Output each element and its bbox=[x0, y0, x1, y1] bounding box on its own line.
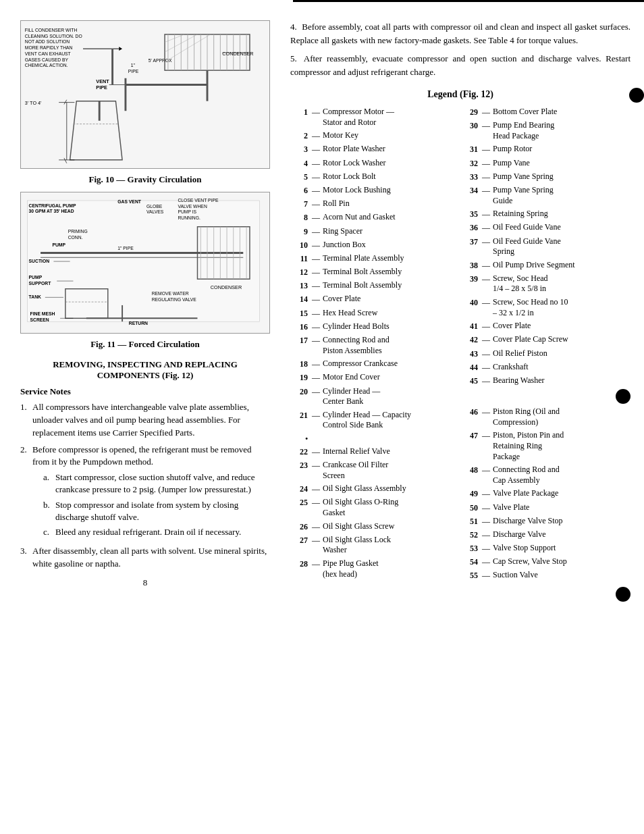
legend-item-52: 52 — Discharge Valve bbox=[460, 529, 630, 540]
svg-text:PIPE: PIPE bbox=[96, 84, 107, 90]
legend-item-20: 20 — Cylinder Head —Center Bank bbox=[290, 386, 460, 407]
legend-item-8: 8 — Acorn Nut and Gasket bbox=[290, 212, 460, 223]
legend-item-19: 19 — Motor End Cover bbox=[290, 372, 460, 383]
legend-item-3: 3 — Rotor Plate Washer bbox=[290, 144, 460, 155]
service-notes-list: 1. All compressors have interchangeable … bbox=[20, 401, 270, 571]
svg-text:SUPPORT: SUPPORT bbox=[29, 281, 52, 286]
decorative-circle-3 bbox=[616, 587, 630, 602]
legend-item-39: 39 — Screw, Soc Head1/4 – 28 x 5/8 in bbox=[460, 273, 630, 294]
svg-text:FINE MESH: FINE MESH bbox=[30, 311, 55, 316]
page-number: 8 bbox=[20, 577, 270, 588]
legend-item-40: 40 — Screw, Soc Head no 10– 32 x 1/2 in bbox=[460, 297, 630, 318]
sub-list: a. Start compressor, close suction shuto… bbox=[43, 471, 270, 538]
legend-item-48: 48 — Connecting Rod andCap Assembly bbox=[460, 465, 630, 486]
legend-item-46: 46 — Piston Ring (Oil andCompression) bbox=[460, 407, 630, 427]
list-item: 1. All compressors have interchangeable … bbox=[20, 401, 270, 440]
svg-text:CONDENSER: CONDENSER bbox=[211, 284, 242, 290]
svg-text:CLOSE VENT PIPE: CLOSE VENT PIPE bbox=[178, 198, 219, 203]
legend-item-21: 21 — Cylinder Head — CapacityControl Sid… bbox=[290, 410, 460, 431]
legend-item-26: 26 — Oil Sight Glass Screw bbox=[290, 521, 460, 532]
decorative-circle-2 bbox=[616, 389, 630, 404]
legend-item-1: 1 — Compressor Motor —Stator and Rotor bbox=[290, 107, 460, 128]
svg-text:NOT ADD SOLUTION: NOT ADD SOLUTION bbox=[25, 39, 70, 44]
page: FILL CONDENSER WITH CLEANING SOLUTION. D… bbox=[0, 0, 644, 834]
legend-item-47: 47 — Piston, Piston Pin andRetaining Rin… bbox=[460, 430, 630, 462]
legend-item-10: 10 — Junction Box bbox=[290, 240, 460, 251]
legend-item-33: 33 — Pump Vane Spring bbox=[460, 172, 630, 182]
legend-item-34: 34 — Pump Vane SpringGuide bbox=[460, 185, 630, 206]
right-intro: 4. Before assembly, coat all parts with … bbox=[290, 20, 630, 78]
decorative-circle-1 bbox=[629, 88, 644, 103]
svg-text:PRIMING: PRIMING bbox=[68, 229, 88, 234]
legend-left-col: 1 — Compressor Motor —Stator and Rotor 2… bbox=[290, 107, 460, 602]
legend-item-15: 15 — Hex Head Screw bbox=[290, 308, 460, 319]
legend-item-50: 50 — Valve Plate bbox=[460, 502, 630, 513]
left-column: FILL CONDENSER WITH CLEANING SOLUTION. D… bbox=[0, 14, 284, 820]
svg-text:CENTRIFUGAL PUMP: CENTRIFUGAL PUMP bbox=[29, 203, 76, 208]
service-notes-heading: Service Notes bbox=[20, 386, 270, 397]
svg-text:30 GPM AT 35' HEAD: 30 GPM AT 35' HEAD bbox=[29, 209, 74, 213]
legend-item-37: 37 — Oil Feed Guide VaneSpring bbox=[460, 236, 630, 257]
svg-text:PIPE: PIPE bbox=[128, 69, 139, 74]
svg-text:PUMP: PUMP bbox=[52, 242, 65, 247]
section-heading: REMOVING, INSPECTING AND REPLACING COMPO… bbox=[20, 359, 270, 381]
legend-item-4: 4 — Rotor Lock Washer bbox=[290, 158, 460, 169]
legend-item-9: 9 — Ring Spacer bbox=[290, 226, 460, 237]
svg-text:TANK: TANK bbox=[29, 294, 41, 299]
legend-heading: Legend (Fig. 12) bbox=[290, 89, 630, 100]
legend-right-col: 29 — Bottom Cover Plate 30 — Pump End Be… bbox=[460, 107, 630, 602]
svg-text:RUNNING.: RUNNING. bbox=[178, 215, 200, 220]
legend-item-2: 2 — Motor Key bbox=[290, 130, 460, 141]
fig10-diagram: FILL CONDENSER WITH CLEANING SOLUTION. D… bbox=[21, 21, 269, 168]
right-column: 4. Before assembly, coat all parts with … bbox=[284, 14, 644, 820]
svg-text:3' TO 4': 3' TO 4' bbox=[25, 100, 42, 106]
legend-item-38: 38 — Oil Pump Drive Segment bbox=[460, 260, 630, 271]
sub-list-item: c. Bleed any residual refrigerant. Drain… bbox=[43, 526, 270, 538]
legend-item-18: 18 — Compressor Crankcase bbox=[290, 359, 460, 369]
list-item: 2. Before compressor is opened, the refr… bbox=[20, 444, 270, 542]
svg-line-44 bbox=[64, 100, 67, 105]
svg-text:GASES CAUSED BY: GASES CAUSED BY bbox=[25, 57, 69, 62]
svg-text:1" PIPE: 1" PIPE bbox=[117, 246, 134, 251]
fig11-diagram: CENTRIFUGAL PUMP 30 GPM AT 35' HEAD GAS … bbox=[21, 192, 269, 333]
svg-text:RETURN: RETURN bbox=[129, 321, 148, 325]
legend-item-30: 30 — Pump End BearingHead Package bbox=[460, 120, 630, 141]
legend-item-36: 36 — Oil Feed Guide Vane bbox=[460, 222, 630, 233]
fig11-caption: Fig. 11 — Forced Circulation bbox=[20, 339, 270, 350]
svg-text:PUMP: PUMP bbox=[29, 275, 43, 280]
svg-text:SCREEN: SCREEN bbox=[30, 317, 49, 322]
svg-rect-46 bbox=[28, 201, 260, 321]
svg-text:REGULATING VALVE: REGULATING VALVE bbox=[152, 297, 197, 302]
legend-item-16: 16 — Cylinder Head Bolts bbox=[290, 321, 460, 332]
legend-item-22: • bbox=[290, 434, 460, 444]
svg-text:5' APPROX: 5' APPROX bbox=[149, 58, 172, 63]
svg-text:GLOBE: GLOBE bbox=[146, 204, 163, 209]
fig11-box: CENTRIFUGAL PUMP 30 GPM AT 35' HEAD GAS … bbox=[20, 192, 270, 334]
legend-item-51: 51 — Discharge Valve Stop bbox=[460, 516, 630, 527]
svg-line-45 bbox=[64, 158, 67, 163]
legend-item-43: 43 — Oil Relief Piston bbox=[460, 348, 630, 359]
legend-item-14: 14 — Cover Plate bbox=[290, 294, 460, 305]
legend-item-11: 11 — Terminal Plate Assembly bbox=[290, 253, 460, 264]
legend-item-22b: 22 — Internal Relief Valve bbox=[290, 446, 460, 457]
svg-text:SUCTION: SUCTION bbox=[29, 259, 50, 263]
legend-item-28: 28 — Pipe Plug Gasket(hex head) bbox=[290, 558, 460, 579]
svg-text:FILL CONDENSER WITH: FILL CONDENSER WITH bbox=[25, 28, 78, 32]
svg-marker-8 bbox=[119, 47, 122, 51]
fig10-caption: Fig. 10 — Gravity Circulation bbox=[20, 174, 270, 185]
svg-text:VALVE WHEN: VALVE WHEN bbox=[178, 204, 207, 209]
svg-text:VALVES: VALVES bbox=[146, 209, 164, 214]
legend-item-25: 25 — Oil Sight Glass O-RingGasket bbox=[290, 497, 460, 518]
svg-text:REMOVE WATER: REMOVE WATER bbox=[152, 291, 189, 296]
legend-item-23: 23 — Crankcase Oil FilterScreen bbox=[290, 460, 460, 481]
legend-item-44: 44 — Crankshaft bbox=[460, 362, 630, 373]
legend-item-55: 55 — Suction Valve bbox=[460, 570, 630, 581]
legend-item-53: 53 — Valve Stop Support bbox=[460, 543, 630, 554]
fig10-box: FILL CONDENSER WITH CLEANING SOLUTION. D… bbox=[20, 20, 270, 169]
legend-item-27: 27 — Oil Sight Glass LockWasher bbox=[290, 535, 460, 556]
sub-list-item: a. Start compressor, close suction shuto… bbox=[43, 471, 270, 496]
legend-grid: 1 — Compressor Motor —Stator and Rotor 2… bbox=[290, 107, 630, 602]
legend-item-29: 29 — Bottom Cover Plate bbox=[460, 107, 630, 118]
list-item: 3. After disassembly, clean all parts wi… bbox=[20, 545, 270, 571]
svg-text:VENT CAN EXHAUST: VENT CAN EXHAUST bbox=[25, 51, 71, 56]
